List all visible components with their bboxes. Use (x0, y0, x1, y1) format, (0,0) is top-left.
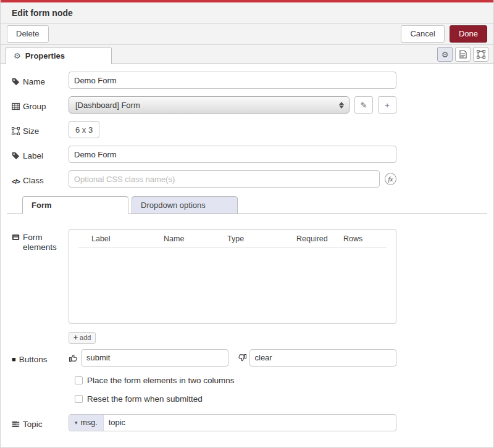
editor-mini-buttons: ⚙ (437, 47, 488, 62)
group-field: [Dashboard] Form ✎ + (69, 96, 396, 114)
thumbs-down-icon (237, 353, 247, 363)
size-button[interactable]: 6 x 3 (69, 121, 99, 138)
done-button[interactable]: Done (450, 25, 487, 43)
column-header-rows: Rows (343, 234, 396, 243)
column-header-label: Label (91, 234, 164, 243)
add-element-button[interactable]: + add (69, 332, 96, 344)
form-tab-content: Form elements Label Name Type Required R… (7, 229, 487, 431)
pencil-icon: ✎ (361, 101, 367, 110)
form-elements-list[interactable]: Label Name Type Required Rows (69, 229, 396, 324)
appearance-icon (477, 50, 485, 59)
code-icon: </> (12, 176, 20, 186)
label-label: Label (12, 147, 69, 161)
form-elements-headers: Label Name Type Required Rows (69, 230, 396, 243)
dialog-title: Edit form node (12, 8, 73, 18)
edit-group-button[interactable]: ✎ (354, 96, 373, 114)
label-input[interactable] (69, 146, 396, 163)
caret-down-icon: ▾ (75, 420, 78, 426)
gear-icon: ⚙ (14, 51, 21, 60)
topic-label: Topic (12, 416, 69, 429)
form-row-group: Group [Dashboard] Form ✎ + (7, 96, 487, 114)
fx-expand-icon[interactable]: fx (385, 173, 396, 185)
tab-dropdown-options[interactable]: Dropdown options (132, 196, 238, 214)
reset-form-checkbox-label: Reset the form when submitted (87, 394, 203, 404)
column-header-name: Name (164, 234, 227, 243)
plus-icon: + (73, 333, 78, 342)
form-elements-label-text: Form elements (23, 233, 69, 252)
table-icon (12, 102, 20, 110)
submit-button-label-input[interactable] (81, 349, 228, 367)
dialog-header: Edit form node (1, 2, 493, 23)
class-label: </> Class (12, 172, 69, 186)
node-appearance-button[interactable] (473, 47, 488, 62)
cancel-button[interactable]: Cancel (401, 25, 444, 43)
class-label-text: Class (23, 176, 44, 186)
two-columns-checkbox-row[interactable]: Place the form elements in two columns (75, 376, 487, 385)
form-row-topic: Topic ▾ msg. topic (7, 414, 487, 431)
dialog-button-bar: Delete Cancel Done (1, 23, 493, 44)
form-elements-label: Form elements (12, 229, 69, 252)
list-alt-icon (12, 233, 20, 241)
tab-properties-label: Properties (25, 51, 65, 60)
two-columns-checkbox-label: Place the form elements in two columns (87, 376, 235, 385)
topic-value-input[interactable]: topic (104, 415, 396, 431)
tag-icon (12, 78, 20, 86)
buttons-label-text: Buttons (19, 355, 48, 365)
group-label: Group (12, 98, 69, 112)
label-field (69, 146, 396, 163)
form-section-tabs: Form Dropdown options (7, 196, 487, 214)
form-row-class: </> Class fx (7, 170, 487, 188)
two-columns-checkbox[interactable] (75, 376, 83, 384)
node-description-button[interactable] (455, 47, 471, 62)
reset-form-checkbox-row[interactable]: Reset the form when submitted (75, 394, 487, 404)
buttons-label: ■ Buttons (12, 351, 69, 365)
clear-button-label-input[interactable] (249, 349, 397, 367)
header-divider (78, 247, 387, 247)
size-label: Size (12, 123, 69, 136)
add-group-button[interactable]: + (378, 96, 396, 114)
delete-button[interactable]: Delete (7, 25, 49, 43)
add-element-row: + add (7, 331, 487, 344)
node-settings-button[interactable]: ⚙ (437, 47, 453, 62)
group-select[interactable]: [Dashboard] Form (69, 96, 350, 114)
gear-icon: ⚙ (442, 50, 449, 59)
name-label-text: Name (23, 77, 45, 87)
editor-body: Name Group [Dashboard] Form (1, 64, 493, 431)
tab-form[interactable]: Form (22, 196, 128, 214)
reset-form-checkbox[interactable] (75, 395, 83, 403)
topic-type-label: msg. (81, 418, 98, 427)
label-label-text: Label (23, 151, 43, 161)
topic-type-selector[interactable]: ▾ msg. (69, 415, 104, 431)
class-input[interactable] (69, 170, 380, 188)
topic-field: ▾ msg. topic (69, 414, 396, 431)
form-row-name: Name (7, 72, 487, 89)
name-label: Name (12, 73, 69, 87)
form-row-size: Size 6 x 3 (7, 121, 487, 138)
document-icon (459, 50, 467, 59)
size-field: 6 x 3 (69, 121, 396, 138)
column-header-type: Type (227, 234, 296, 243)
group-label-text: Group (23, 102, 46, 112)
topic-label-text: Topic (23, 420, 43, 429)
tab-properties[interactable]: ⚙ Properties (6, 47, 112, 64)
form-row-label: Label (7, 146, 487, 163)
tab-dropdown-options-label: Dropdown options (141, 201, 206, 210)
plus-icon: + (385, 101, 390, 110)
name-field (69, 72, 396, 89)
tasks-icon (12, 420, 20, 428)
edit-form-node-dialog: Edit form node Delete Cancel Done ⚙ Prop… (0, 0, 494, 448)
column-header-required: Required (296, 234, 343, 243)
add-element-label: add (80, 334, 91, 341)
tab-form-label: Form (31, 201, 52, 210)
topic-value-text: topic (109, 418, 125, 427)
thumbs-up-icon (69, 353, 78, 363)
name-input[interactable] (69, 72, 396, 89)
square-icon: ■ (12, 355, 16, 363)
object-size-icon (12, 127, 20, 135)
form-row-buttons: ■ Buttons (7, 349, 487, 367)
class-field: fx (69, 170, 396, 188)
buttons-field (69, 349, 396, 367)
tag-icon (12, 152, 20, 160)
select-arrows-icon (339, 102, 344, 109)
topic-typed-input: ▾ msg. topic (69, 414, 396, 431)
